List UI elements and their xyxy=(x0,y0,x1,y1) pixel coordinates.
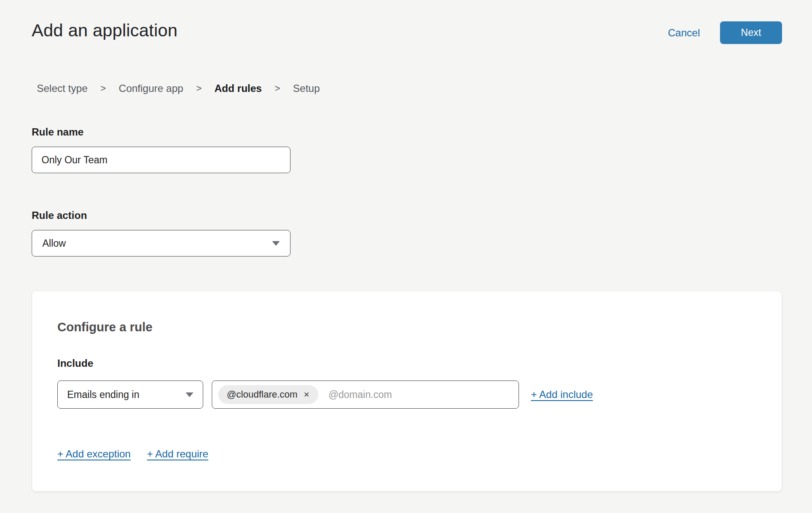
add-exception-link[interactable]: + Add exception xyxy=(57,448,130,460)
header-actions: Cancel Next xyxy=(668,21,782,44)
breadcrumb-item-add-rules[interactable]: Add rules xyxy=(214,83,262,94)
include-value-input[interactable]: @cloudflare.com ✕ xyxy=(212,380,519,409)
configure-rule-card: Configure a rule Include Emails ending i… xyxy=(32,291,782,492)
rule-name-label: Rule name xyxy=(32,126,812,138)
rule-action-select[interactable]: Allow xyxy=(32,230,290,256)
chevron-down-icon xyxy=(186,392,193,397)
cancel-button[interactable]: Cancel xyxy=(668,27,700,39)
include-rule-row: Emails ending in @cloudflare.com ✕ + Add… xyxy=(57,380,756,409)
email-domain-chip: @cloudflare.com ✕ xyxy=(218,385,318,404)
rule-action-label: Rule action xyxy=(32,209,812,221)
add-include-link[interactable]: + Add include xyxy=(531,389,593,401)
include-selector-select[interactable]: Emails ending in xyxy=(57,380,203,409)
breadcrumb: Select type > Configure app > Add rules … xyxy=(37,83,812,94)
breadcrumb-item-setup[interactable]: Setup xyxy=(293,83,320,94)
page-title: Add an application xyxy=(32,21,178,41)
breadcrumb-item-configure-app[interactable]: Configure app xyxy=(119,83,184,94)
chevron-down-icon xyxy=(272,241,280,246)
include-selector-value: Emails ending in xyxy=(67,389,139,401)
rule-extra-links: + Add exception + Add require xyxy=(57,448,756,460)
include-label: Include xyxy=(57,357,756,369)
add-require-link[interactable]: + Add require xyxy=(147,448,208,460)
page-header: Add an application Cancel Next xyxy=(0,0,812,44)
breadcrumb-separator: > xyxy=(275,83,280,94)
card-title: Configure a rule xyxy=(57,320,756,334)
email-domain-chip-label: @cloudflare.com xyxy=(227,389,297,400)
rule-action-selected-value: Allow xyxy=(42,238,66,249)
breadcrumb-item-select-type[interactable]: Select type xyxy=(37,83,88,94)
email-domain-text-input[interactable] xyxy=(329,389,513,401)
breadcrumb-separator: > xyxy=(101,83,106,94)
add-application-page: Add an application Cancel Next Select ty… xyxy=(0,0,812,513)
chip-remove-icon[interactable]: ✕ xyxy=(303,391,309,398)
rule-name-input[interactable] xyxy=(32,147,290,173)
next-button[interactable]: Next xyxy=(720,21,782,44)
breadcrumb-separator: > xyxy=(196,83,202,94)
